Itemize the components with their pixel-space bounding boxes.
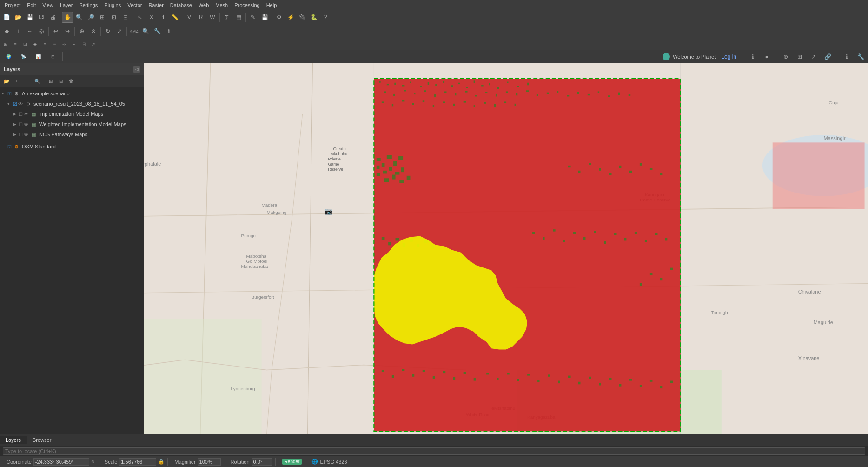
scale-input[interactable] [119,458,156,466]
pan-map-btn[interactable]: ✋ [62,12,73,23]
layers-remove-btn[interactable]: − [22,77,32,86]
planet-btn-2[interactable]: 📡 [17,51,30,62]
save-as-btn[interactable]: 🖫 [36,12,47,23]
menu-vector[interactable]: Vector [125,1,145,9]
layers-expand-btn[interactable]: ⊞ [46,77,55,86]
undo-btn[interactable]: ↩ [50,26,61,37]
toggle-edit-btn[interactable]: ✎ [247,12,258,23]
kmz-btn[interactable]: KMZ [128,26,139,37]
small-tool-7[interactable]: ⊹ [60,40,69,49]
save-layer-btn[interactable]: 💾 [259,12,270,23]
layers-add-btn[interactable]: + [12,77,21,86]
menu-processing[interactable]: Processing [232,1,262,9]
wrench-btn[interactable]: 🔧 [152,26,163,37]
zoom-out-btn[interactable]: 🔎 [85,12,96,23]
planet-info2-btn[interactable]: ℹ [841,51,852,62]
layers-delete-btn[interactable]: 🗑 [66,77,76,86]
chk-osm[interactable]: ☑ [7,144,12,149]
locator-input[interactable] [3,447,865,455]
planet-btn-4[interactable]: ⊞ [46,51,60,62]
chk-impl-maps[interactable]: ☐ [19,112,23,117]
small-tool-3[interactable]: ⊡ [20,40,30,49]
planet-login-btn[interactable]: Log in [718,51,739,62]
menu-plugins[interactable]: Plugins [101,1,124,9]
planet-cursor-btn[interactable]: ↗ [808,51,819,62]
adv-digi-btn[interactable]: ⊗ [88,26,99,37]
add-feature-btn[interactable]: + [13,26,24,37]
collapse-sidebar-btn[interactable]: ◁ [133,66,140,73]
magnifier-input[interactable] [198,458,221,466]
small-tool-10[interactable]: ↗ [89,40,98,49]
menu-project[interactable]: Project [2,1,23,9]
tab-browser[interactable]: Browser [27,436,57,444]
field-calc-btn[interactable]: ∑ [221,12,232,23]
layers-filter-btn[interactable]: 🔍 [33,77,42,86]
help-btn[interactable]: ? [320,12,331,23]
menu-web[interactable]: Web [196,1,212,9]
tree-item-scenario-result[interactable]: ▾ ☑ 👁 ⚙ scenario_result_2023_08_18_11_54… [0,99,144,109]
node-tool-btn[interactable]: ◎ [36,26,47,37]
planet-dot-btn[interactable]: ● [761,51,772,62]
menu-settings[interactable]: Settings [76,1,100,9]
small-tool-6[interactable]: ⌗ [50,40,59,49]
eye-weighted-maps[interactable]: 👁 [24,122,28,127]
eye-scenario-result[interactable]: 👁 [18,101,23,107]
move-feature-btn[interactable]: ↔ [24,26,35,37]
chk-ncs-maps[interactable]: ☐ [19,132,23,137]
zoom-in-btn[interactable]: 🔍 [73,12,85,23]
tree-item-osm[interactable]: ▶ ☑ ⚙ OSM Standard [0,141,144,152]
add-raster-btn[interactable]: R [195,12,206,23]
chk-scenario[interactable]: ☑ [7,91,12,96]
eye-impl-maps[interactable]: 👁 [24,112,28,117]
processing-btn[interactable]: ⚡ [285,12,296,23]
menu-view[interactable]: View [40,1,56,9]
small-tool-5[interactable]: ⌖ [40,40,49,49]
small-tool-2[interactable]: ≡ [11,40,20,49]
open-table-btn[interactable]: ▤ [233,12,244,23]
open-project-btn[interactable]: 📂 [13,12,24,23]
rotate-btn[interactable]: ↻ [102,26,113,37]
search-plugin-btn[interactable]: 🔍 [140,26,151,37]
menu-help[interactable]: Help [264,1,280,9]
small-tool-8[interactable]: ⌁ [69,40,79,49]
digitize-btn[interactable]: ◆ [1,26,12,37]
planet-config-btn[interactable]: 🔧 [855,51,866,62]
tree-item-impl-maps[interactable]: ▶ ☐ 👁 ▦ Implementation Model Maps [0,109,144,119]
layers-collapse-btn[interactable]: ⊟ [56,77,66,86]
new-project-btn[interactable]: 📄 [1,12,12,23]
print-btn[interactable]: 🖨 [47,12,59,23]
map-area[interactable]: Lephalale Madera Makguing Mabotsha Go Mo… [144,63,868,434]
layers-open-btn[interactable]: 📂 [2,77,11,86]
chk-weighted-maps[interactable]: ☐ [19,122,23,127]
menu-mesh[interactable]: Mesh [212,1,231,9]
measure-btn[interactable]: 📏 [169,12,180,23]
add-vector-btn[interactable]: V [184,12,195,23]
planet-info-btn[interactable]: ℹ [747,51,758,62]
select-btn[interactable]: ↖ [134,12,146,23]
planet-link-btn[interactable]: 🔗 [822,51,833,62]
planet-btn-1[interactable]: 🌍 [2,51,15,62]
planet-btn-3[interactable]: 📊 [32,51,45,62]
info-plugin-btn[interactable]: ℹ [163,26,174,37]
zoom-full-btn[interactable]: ⊞ [97,12,108,23]
tree-item-ncs-maps[interactable]: ▶ ☐ 👁 ▦ NCS Pathways Maps [0,129,144,140]
eye-ncs-maps[interactable]: 👁 [24,132,28,137]
deselect-btn[interactable]: ✕ [146,12,157,23]
planet-crosshair-btn[interactable]: ⊕ [780,51,791,62]
zoom-selection-btn[interactable]: ⊟ [120,12,131,23]
small-tool-1[interactable]: ⊞ [1,40,10,49]
menu-layer[interactable]: Layer [57,1,76,9]
zoom-layer-btn[interactable]: ⊡ [108,12,119,23]
chk-scenario-result[interactable]: ☑ [13,101,17,107]
planet-grid-btn[interactable]: ⊞ [794,51,805,62]
snap-btn[interactable]: ⊕ [76,26,87,37]
tab-layers[interactable]: Layers [0,436,27,444]
scale-btn[interactable]: ⤢ [114,26,125,37]
tree-item-weighted-maps[interactable]: ▶ ☐ 👁 ▦ Weighted Implementation Model Ma… [0,119,144,129]
small-tool-9[interactable]: ⍓ [79,40,88,49]
plugins-btn[interactable]: 🔌 [297,12,308,23]
rotation-input[interactable] [252,458,272,466]
menu-raster[interactable]: Raster [146,1,166,9]
settings-btn[interactable]: ⚙ [273,12,285,23]
menu-edit[interactable]: Edit [24,1,39,9]
